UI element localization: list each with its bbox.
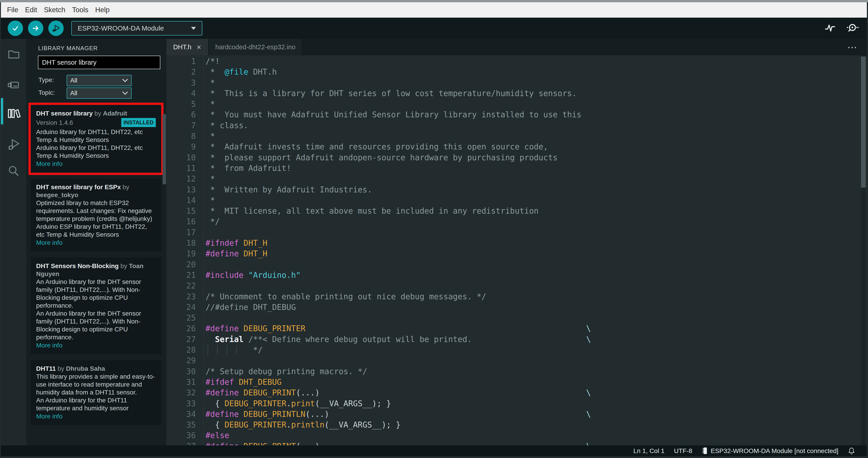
code-line[interactable]: 3 * xyxy=(166,78,867,88)
code-line[interactable]: 7 * class. xyxy=(166,120,867,131)
code-token: #ifndef xyxy=(206,238,239,248)
code-line[interactable]: 28│ │ │ │ */ xyxy=(166,345,867,355)
comment-token: DHT.h xyxy=(248,67,277,77)
code-line[interactable]: 9 * Adafruit invests time and resources … xyxy=(166,142,867,152)
code-token: #define xyxy=(206,324,239,333)
type-filter-value: All xyxy=(70,77,122,84)
more-info-link[interactable]: More info xyxy=(36,239,156,247)
menu-item-help[interactable]: Help xyxy=(92,6,113,14)
line-number: 8 xyxy=(166,131,196,142)
code-line[interactable]: 11 * from Adafruit! xyxy=(166,163,867,174)
code-line[interactable]: 6 * You must have Adafruit Unified Senso… xyxy=(166,109,867,120)
chevron-down-icon xyxy=(122,91,128,95)
code-line[interactable]: 8 * xyxy=(166,131,867,142)
code-line[interactable]: 18#ifndef DHT_H xyxy=(166,238,867,249)
code-token: __VA_ARGS__ xyxy=(329,420,382,429)
close-icon[interactable] xyxy=(196,45,202,50)
code-line[interactable]: 10 * please support Adafruit andopen-sou… xyxy=(166,152,867,163)
code-line[interactable]: 5 * xyxy=(166,99,867,109)
library-entry[interactable]: DHT sensor library for ESPx by beegee_to… xyxy=(31,179,161,252)
comment-token: * from Adafruit! xyxy=(206,164,291,173)
code-line[interactable]: 26#define DEBUG_PRINTER \ xyxy=(166,323,867,334)
line-number: 24 xyxy=(166,302,196,313)
code-token: DEBUG_PRINT xyxy=(244,388,296,397)
topic-filter-select[interactable]: All xyxy=(67,87,132,99)
code-line[interactable]: 21#include "Arduino.h" xyxy=(166,270,867,281)
code-token xyxy=(234,377,239,387)
library-name: DHT sensor library for ESPx xyxy=(36,183,121,191)
arduino-ide-window: FileEditSketchToolsHelp xyxy=(0,0,868,458)
code-line[interactable]: 1/*! xyxy=(166,56,867,67)
library-search-input[interactable] xyxy=(38,56,160,69)
code-line[interactable]: 16 */ xyxy=(166,216,867,227)
tab-hardcoded-dht22-esp32.ino[interactable]: hardcoded-dht22-esp32.ino xyxy=(209,39,303,55)
version-text: Version 1.4.6 xyxy=(36,119,73,126)
code-line[interactable]: 17 xyxy=(166,227,867,238)
encoding-indicator[interactable]: UTF-8 xyxy=(674,447,692,455)
library-author: Adafruit xyxy=(103,110,127,117)
cursor-position[interactable]: Ln 1, Col 1 xyxy=(633,447,664,455)
code-line[interactable]: 33 { DEBUG_PRINTER.print(__VA_ARGS__); } xyxy=(166,398,867,409)
board-status[interactable]: ESP32-WROOM-DA Module [not connected] xyxy=(702,447,839,455)
code-token xyxy=(239,388,244,397)
code-line[interactable]: 19#define DHT_H xyxy=(166,249,867,259)
sidebar-item-search[interactable] xyxy=(1,162,26,181)
ellipsis-icon[interactable]: ⋯ xyxy=(847,39,858,55)
more-info-link[interactable]: More info xyxy=(36,160,156,168)
sidebar-item-boards-manager[interactable] xyxy=(1,75,26,94)
code-line[interactable]: 4 * This is a library for DHT series of … xyxy=(166,88,867,99)
more-info-link[interactable]: More info xyxy=(36,341,156,349)
tab-DHT.h[interactable]: DHT.h xyxy=(166,39,209,55)
description-paragraph: This library provides a simple and easy-… xyxy=(36,373,156,396)
debug-button[interactable] xyxy=(48,21,64,36)
verify-button[interactable] xyxy=(8,21,23,36)
code-editor[interactable]: 1/*!2 * @file DHT.h3 *4 * This is a libr… xyxy=(166,55,867,445)
code-line[interactable]: 15 * MIT license, all text above must be… xyxy=(166,206,867,216)
code-token: DEBUG_PRINTER xyxy=(244,324,306,333)
code-line[interactable]: 29 xyxy=(166,355,867,366)
line-number: 5 xyxy=(166,99,196,109)
menu-item-file[interactable]: File xyxy=(4,6,22,14)
sidebar-item-library-manager[interactable] xyxy=(1,104,26,123)
library-entry[interactable]: DHT sensor library by AdafruitVersion 1.… xyxy=(31,105,161,173)
code-line[interactable]: 13 * Written by Adafruit Industries. xyxy=(166,184,867,195)
code-token: @file xyxy=(224,67,248,77)
type-filter-select[interactable]: All xyxy=(67,75,132,86)
code-token xyxy=(244,270,248,280)
code-line[interactable]: 35 { DEBUG_PRINTER.println(__VA_ARGS__);… xyxy=(166,420,867,430)
sidebar-item-sketchbook[interactable] xyxy=(1,44,26,64)
board-selector-dropdown[interactable]: ESP32-WROOM-DA Module xyxy=(71,21,202,35)
code-line[interactable]: 32#define DEBUG_PRINT(...) \ xyxy=(166,388,867,398)
code-line[interactable]: 36#else xyxy=(166,430,867,441)
code-line[interactable]: 20 xyxy=(166,259,867,270)
code-line[interactable]: 30/* Setup debug printing macros. */ xyxy=(166,366,867,377)
serial-plotter-icon[interactable] xyxy=(824,22,837,35)
code-token: #define xyxy=(206,388,239,397)
code-line[interactable]: 25 xyxy=(166,313,867,323)
board-selector-value: ESP32-WROOM-DA Module xyxy=(78,24,191,32)
code-line[interactable]: 14 * xyxy=(166,195,867,206)
sidebar-item-debug[interactable] xyxy=(1,135,26,154)
menu-item-tools[interactable]: Tools xyxy=(69,6,92,14)
editor-scrollbar[interactable] xyxy=(861,57,866,188)
notifications-button[interactable] xyxy=(848,447,855,455)
code-line[interactable]: 22 xyxy=(166,281,867,291)
code-line[interactable]: 23/* Uncomment to enable printing out ni… xyxy=(166,291,867,302)
menu-item-edit[interactable]: Edit xyxy=(22,6,40,14)
code-line[interactable]: 37#define DEBUG_PRINT(...) \ xyxy=(166,441,867,445)
library-entry[interactable]: DHT11 by Dhruba SahaThis library provide… xyxy=(31,360,161,425)
serial-monitor-icon[interactable] xyxy=(846,22,859,35)
panel-scrollbar[interactable] xyxy=(162,114,166,184)
code-line[interactable]: 2 * @file DHT.h xyxy=(166,67,867,77)
menu-item-sketch[interactable]: Sketch xyxy=(40,6,69,14)
entry-description: An Arduino library for the DHT sensor fa… xyxy=(36,278,156,341)
upload-button[interactable] xyxy=(28,21,43,36)
more-info-link[interactable]: More info xyxy=(36,412,156,420)
code-line[interactable]: 12 * xyxy=(166,174,867,184)
entry-title: DHT11 by Dhruba Saha xyxy=(36,365,156,373)
code-line[interactable]: 24//#define DHT_DEBUG xyxy=(166,302,867,313)
code-line[interactable]: 31#ifdef DHT_DEBUG xyxy=(166,377,867,388)
code-line[interactable]: 27 Serial /**< Define where debug output… xyxy=(166,334,867,345)
code-line[interactable]: 34#define DEBUG_PRINTLN(...) \ xyxy=(166,409,867,420)
library-entry[interactable]: DHT Sensors Non-Blocking by Toan NguyenA… xyxy=(31,257,161,354)
